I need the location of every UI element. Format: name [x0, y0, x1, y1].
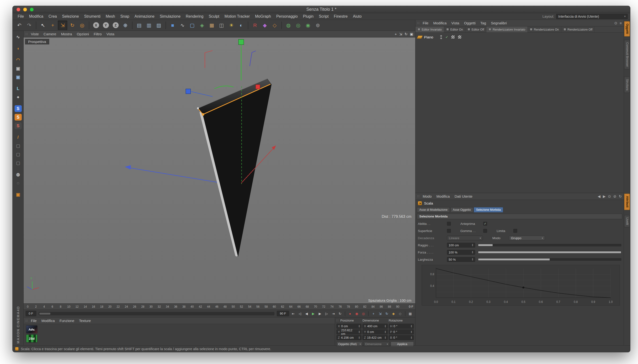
record-pla-toggle[interactable]: ◇: [397, 311, 403, 316]
record-rotation-toggle[interactable]: ↻: [384, 311, 390, 316]
autokey-button[interactable]: ◉: [354, 311, 360, 316]
ruler-tick[interactable]: 48: [223, 305, 227, 308]
ruler-tick[interactable]: 26: [133, 305, 137, 308]
menubar-item[interactable]: Motion Tracker: [222, 14, 252, 18]
transport-button[interactable]: [368, 311, 369, 316]
panel-grip-icon[interactable]: ∷: [336, 319, 338, 322]
attribute-tab[interactable]: Modo: [420, 194, 434, 198]
stepper-icon[interactable]: ▲▼: [472, 258, 473, 261]
timeline-scrubber-handle[interactable]: [40, 313, 50, 314]
stepper-icon[interactable]: ▲▼: [358, 330, 360, 334]
rotation-field[interactable]: H0 ° ▲▼: [389, 324, 414, 329]
object-manager-menu-item[interactable]: Vista: [449, 21, 461, 25]
ruler-tick[interactable]: 56: [256, 305, 260, 308]
stepper-icon[interactable]: ▲▼: [384, 336, 386, 339]
filter-chip[interactable]: Renderizzatore Invariato: [486, 26, 527, 32]
menubar-item[interactable]: Animazione: [132, 14, 157, 18]
mode-tab[interactable]: Selezione Morbida: [474, 207, 503, 212]
menubar-item[interactable]: Crea: [46, 14, 60, 18]
phong-tag-icon[interactable]: [458, 35, 461, 39]
side-tab-struttura[interactable]: Struttura: [624, 76, 630, 93]
ruler-tick[interactable]: 2: [34, 305, 38, 308]
menubar-item[interactable]: Aiuto: [350, 14, 364, 18]
om-filter-icon[interactable]: ≡: [619, 21, 622, 25]
ruler-tick[interactable]: 80: [355, 305, 359, 308]
menubar-item[interactable]: Simulazione: [157, 14, 183, 18]
record-keyframe-button[interactable]: ●: [347, 311, 353, 316]
ruler-tick[interactable]: 60: [272, 305, 277, 308]
forza-slider[interactable]: [478, 251, 621, 254]
mode-tab[interactable]: Asse Oggetto: [450, 207, 473, 212]
ruler-tick[interactable]: 22: [116, 305, 120, 308]
ruler-tick[interactable]: 52: [239, 305, 244, 308]
raggio-field[interactable]: 100 cm ▲▼: [447, 243, 475, 248]
ruler-tick[interactable]: 84: [371, 305, 375, 308]
transport-button[interactable]: [345, 311, 345, 316]
goto-start-button[interactable]: ⇤: [290, 311, 296, 316]
attribute-tab[interactable]: Modifica: [434, 194, 452, 198]
menubar-item[interactable]: Finestre: [331, 14, 350, 18]
filter-chip[interactable]: Renderizzatore On: [528, 26, 561, 32]
last-tool-used[interactable]: ◎: [77, 20, 87, 30]
forza-field[interactable]: 100 % ▲▼: [447, 250, 475, 255]
om-search-icon[interactable]: ⊙: [614, 21, 617, 25]
material-menu-item[interactable]: Modifica: [39, 319, 57, 323]
viewport-scale-icon[interactable]: ⇲: [399, 32, 402, 36]
am-history-icon[interactable]: ↻: [619, 194, 622, 198]
am-lock-icon[interactable]: ⊘: [613, 194, 616, 198]
next-key-button[interactable]: ▷: [324, 311, 330, 316]
sculpt-pull-tool[interactable]: ◖: [14, 44, 23, 53]
rotation-field[interactable]: P0 ° ▲▼: [389, 330, 414, 334]
simulation-tag-red[interactable]: S: [14, 122, 23, 130]
modo-dropdown[interactable]: Gruppo ▾: [509, 236, 545, 240]
render-picture-viewer-button[interactable]: ▥: [144, 20, 154, 30]
region-frame-tool[interactable]: ▣: [14, 190, 23, 199]
limita-checkbox[interactable]: [513, 229, 517, 233]
hair-button[interactable]: ◉: [303, 20, 313, 30]
z-axis-lock-button[interactable]: Z: [111, 20, 120, 30]
toolbar-button[interactable]: [89, 22, 89, 29]
object-manager-menu-item[interactable]: Modifica: [431, 21, 449, 25]
ruler-tick[interactable]: 10: [67, 305, 71, 308]
viewport-menu-item[interactable]: Camere: [41, 32, 59, 36]
filter-chip[interactable]: Renderizzatore Off: [561, 26, 595, 32]
menubar-item[interactable]: Selezione: [60, 14, 82, 18]
viewport-3d-scene[interactable]: Y: [24, 38, 415, 303]
enabled-check-icon[interactable]: ✓: [445, 35, 448, 39]
play-button[interactable]: ▶: [310, 311, 316, 316]
timeline-window-button[interactable]: ▦: [407, 311, 413, 316]
menubar-item[interactable]: File: [15, 14, 27, 18]
render-settings-button[interactable]: ▨: [154, 20, 164, 30]
material-thumb-adv[interactable]: Adv.: [26, 325, 38, 334]
object-row[interactable]: Piano ✓: [417, 34, 622, 40]
view-label-tab[interactable]: Prospettiva: [25, 39, 49, 44]
viewport-menu-item[interactable]: Viste: [29, 32, 41, 36]
motion-tracker-button[interactable]: ⊚: [313, 20, 323, 30]
floor-button[interactable]: ▦: [207, 20, 217, 30]
ruler-tick[interactable]: 32: [157, 305, 161, 308]
viewport-menu-item[interactable]: Filtro: [91, 32, 104, 36]
z-axis-handle-cube[interactable]: [186, 89, 191, 94]
stepper-icon[interactable]: ▲▼: [472, 244, 473, 246]
ruler-tick[interactable]: 44: [207, 305, 211, 308]
ruler-tick[interactable]: 42: [198, 305, 203, 308]
stepper-icon[interactable]: ▲▼: [410, 325, 412, 328]
menubar-item[interactable]: Snap: [118, 14, 132, 18]
ruler-tick[interactable]: 88: [387, 305, 392, 308]
timeline-ruler[interactable]: 0246810121416182022242628303234363840424…: [24, 303, 415, 310]
ruler-tick[interactable]: 50: [231, 305, 235, 308]
side-tab-oggetti[interactable]: Oggetti: [624, 21, 630, 36]
ruler-tick[interactable]: 74: [330, 305, 334, 308]
ruler-tick[interactable]: 38: [182, 305, 186, 308]
toolbar-button[interactable]: [248, 22, 248, 29]
material-thumb-2sd[interactable]: 2Sd: [26, 334, 38, 342]
ruler-tick[interactable]: 64: [289, 305, 293, 308]
workplane-tool[interactable]: L: [14, 84, 23, 93]
ruler-tick[interactable]: 0: [26, 305, 30, 308]
render-view-button[interactable]: ▤: [135, 20, 144, 30]
attribute-tab[interactable]: Dati Utente: [452, 194, 475, 198]
primitive-cube-button[interactable]: ■: [168, 20, 177, 30]
object-tree[interactable]: Piano ✓: [415, 33, 624, 193]
viewport-maximize-icon[interactable]: ▣: [410, 32, 413, 36]
prev-frame-button[interactable]: ◀: [303, 311, 310, 316]
